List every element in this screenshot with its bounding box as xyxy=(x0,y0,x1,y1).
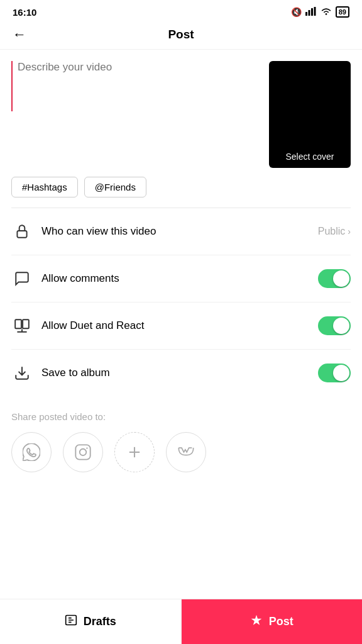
settings-list: Who can view this video Public › Allow c… xyxy=(0,208,362,396)
status-right: 🔇 89 xyxy=(291,6,349,18)
chevron-icon: › xyxy=(348,226,351,236)
drafts-icon xyxy=(65,614,77,630)
svg-rect-6 xyxy=(15,319,21,328)
who-can-view-value: Public › xyxy=(318,226,351,237)
share-icons xyxy=(11,432,351,472)
duet-label: Allow Duet and React xyxy=(41,319,318,332)
battery-indicator: 89 xyxy=(336,6,349,18)
cover-label: Select cover xyxy=(285,152,334,162)
setting-row-comments: Allow comments xyxy=(11,255,351,303)
bottom-bar: Drafts Post xyxy=(0,599,362,644)
download-icon xyxy=(11,362,33,384)
who-can-view-label: Who can view this video xyxy=(41,225,318,238)
setting-row-duet: Allow Duet and React xyxy=(11,303,351,350)
post-star-icon xyxy=(250,614,263,630)
wifi-icon xyxy=(321,7,332,18)
svg-rect-1 xyxy=(308,10,310,16)
save-album-toggle[interactable] xyxy=(318,364,351,382)
hashtag-button[interactable]: #Hashtags xyxy=(11,177,78,197)
tag-buttons: #Hashtags @Friends xyxy=(0,168,362,208)
svg-rect-5 xyxy=(17,231,26,238)
friends-button[interactable]: @Friends xyxy=(84,177,146,197)
post-button[interactable]: Post xyxy=(182,599,363,644)
tiktok-share-button[interactable] xyxy=(114,432,155,472)
save-album-label: Save to album xyxy=(41,367,318,379)
setting-row-save-album: Save to album xyxy=(11,350,351,396)
describe-section: Select cover xyxy=(0,50,362,168)
hashtag-label: #Hashtags xyxy=(22,182,67,192)
duet-toggle[interactable] xyxy=(318,316,351,335)
comment-icon xyxy=(11,268,33,289)
vk-icon xyxy=(177,443,195,461)
share-section: Share posted video to: xyxy=(0,396,362,482)
whatsapp-share-button[interactable] xyxy=(11,432,52,472)
svg-rect-0 xyxy=(305,12,307,16)
mute-icon: 🔇 xyxy=(291,7,302,17)
vk-share-button[interactable] xyxy=(166,432,206,472)
comments-toggle[interactable] xyxy=(318,269,351,288)
status-time: 16:10 xyxy=(13,7,36,18)
svg-rect-3 xyxy=(314,7,315,16)
select-cover-button[interactable]: Select cover xyxy=(269,61,351,168)
whatsapp-icon xyxy=(23,443,40,461)
svg-rect-9 xyxy=(75,445,90,459)
setting-row-who-can-view[interactable]: Who can view this video Public › xyxy=(11,208,351,255)
drafts-label: Drafts xyxy=(84,615,116,628)
page-title: Post xyxy=(168,28,194,42)
instagram-share-button[interactable] xyxy=(63,432,103,472)
drafts-button[interactable]: Drafts xyxy=(0,599,182,644)
describe-input-area xyxy=(11,61,260,114)
describe-input[interactable] xyxy=(11,61,260,111)
post-label: Post xyxy=(269,615,293,628)
svg-point-10 xyxy=(80,449,87,456)
header: ← Post xyxy=(0,20,362,50)
svg-rect-2 xyxy=(311,8,313,16)
lock-icon xyxy=(11,221,33,242)
svg-point-4 xyxy=(325,13,327,15)
back-button[interactable]: ← xyxy=(13,26,26,43)
bottom-spacer xyxy=(0,482,362,533)
share-label: Share posted video to: xyxy=(11,411,351,422)
svg-point-11 xyxy=(86,447,87,448)
add-share-icon xyxy=(126,443,143,461)
svg-rect-7 xyxy=(23,319,29,328)
main-content: Select cover #Hashtags @Friends Who can … xyxy=(0,50,362,482)
signal-icon xyxy=(305,7,317,18)
status-bar: 16:10 🔇 89 xyxy=(0,0,362,20)
friends-label: @Friends xyxy=(95,182,136,192)
instagram-icon xyxy=(74,443,92,461)
comments-label: Allow comments xyxy=(41,272,318,285)
duet-icon xyxy=(11,315,33,336)
